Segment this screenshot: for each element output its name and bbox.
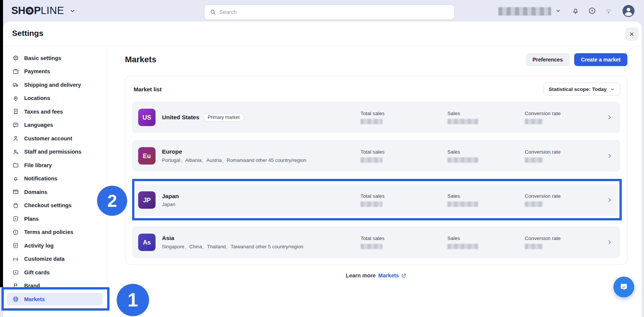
chevron-right-icon[interactable] [607,153,613,159]
settings-sidebar: Basic settings Payments Shipping and del… [3,46,107,317]
chevron-down-icon [69,8,75,14]
main-header: Markets Preferences Create a market [125,51,627,68]
sidebar-item-staff[interactable]: Staff and permissions [3,145,107,159]
stat-sales: Sales [447,149,478,163]
sidebar-item-shipping[interactable]: Shipping and delivery [3,78,107,92]
search-icon [210,9,216,15]
external-link-icon [401,273,407,279]
blurred-value [361,157,382,163]
shopping-bag-icon [12,202,19,209]
screenshot-edge-artifact [0,0,3,287]
chevron-down-icon [610,87,615,92]
markets-title: Markets [125,55,156,65]
stat-total-sales: Total sales [361,193,385,207]
document-lines-icon [12,242,19,249]
stat-total-sales: Total sales [361,111,385,124]
market-row-japan[interactable]: JP Japan Japan Total sales Sales Convers… [132,184,620,216]
sidebar-item-label: Markets [24,296,45,302]
markets-doc-link[interactable]: Markets [378,272,407,279]
truck-icon [12,82,19,88]
sidebar-item-payments[interactable]: Payments [3,65,107,78]
sidebar-item-locations[interactable]: Locations [3,92,107,105]
chevron-right-icon[interactable] [607,197,613,203]
create-market-button[interactable]: Create a market [574,53,627,66]
blurred-value [525,119,543,124]
annotation-step-1: 1 [117,284,149,316]
sidebar-item-customer-account[interactable]: Customer account [3,132,107,145]
chevron-right-icon[interactable] [607,114,613,120]
sidebar-item-gift-cards[interactable]: Gift cards [3,266,107,279]
svg-text:}: } [17,257,18,261]
global-search[interactable] [204,5,454,20]
language-bubble-icon: EN [12,122,19,128]
sidebar-item-label: Taxes and fees [24,109,63,115]
store-switcher[interactable]: SHPLINE [11,0,75,22]
browser-icon [12,189,19,195]
stat-conversion-rate: Conversion rate [525,111,561,124]
stat-sales: Sales [447,111,478,124]
gift-card-icon [12,269,19,276]
wallet-icon [12,68,19,75]
sidebar-item-taxes[interactable]: Taxes and fees [3,105,107,118]
wifi-status-icon[interactable] [604,0,613,22]
sidebar-item-notifications[interactable]: Notifications [3,172,107,186]
sidebar-item-basic-settings[interactable]: Basic settings [3,51,107,65]
market-name: Europe [162,148,182,155]
market-badge-eu: Eu [138,147,156,165]
chevron-right-icon[interactable] [607,239,613,245]
help-icon[interactable]: ? [588,0,596,22]
blurred-value [447,202,478,207]
map-pin-icon [12,95,19,102]
shopline-admin-screen: SHPLINE ? Settings [0,0,644,317]
markets-main: Markets Preferences Create a market Mark… [108,46,642,317]
avatar[interactable] [622,5,635,17]
sidebar-item-activity-log[interactable]: Activity log [3,239,107,252]
stat-total-sales: Total sales [361,235,385,249]
market-row-europe[interactable]: Eu Europe Portugal、Albania、Austria、Roman… [132,140,620,172]
market-badge-as: As [138,234,156,251]
sidebar-item-domains[interactable]: Domains [3,185,107,199]
sidebar-item-label: Plans [24,216,39,222]
chat-support-button[interactable] [613,277,634,297]
svg-text:Aa: Aa [14,258,17,260]
sidebar-item-checkout[interactable]: Checkout settings [3,199,107,212]
stat-sales: Sales [447,193,478,207]
market-badge-us: US [138,109,156,126]
sidebar-item-terms[interactable]: Terms and policies [3,226,107,239]
sidebar-item-plans[interactable]: Plans [3,212,107,226]
market-row-asia[interactable]: As Asia Singapore、China、Thailand、Taiwana… [132,226,620,258]
sidebar-item-label: Shipping and delivery [24,82,81,88]
market-badge-jp: JP [138,191,156,209]
preferences-button[interactable]: Preferences [526,53,570,66]
sidebar-item-brand[interactable]: Brand [3,279,107,293]
sidebar-item-label: Terms and policies [24,229,73,235]
receipt-icon [12,108,19,115]
settings-panel: Settings Basic settings Payments Shippin… [3,22,642,317]
settings-header: Settings [3,22,642,46]
market-regions: Singapore、China、Thailand、Taiwanand other… [162,243,303,250]
market-regions: Portugal、Albania、Austria、Romaniaand othe… [162,157,306,164]
svg-text:EN: EN [14,124,17,126]
blurred-value [525,202,543,207]
shopline-logo: SHPLINE [11,5,64,17]
search-input[interactable] [219,9,449,15]
blurred-value [447,119,478,124]
blurred-value [361,202,382,207]
sidebar-item-markets[interactable]: Markets [7,293,102,305]
blurred-value [525,157,543,163]
gear-icon [12,55,19,62]
notifications-bell-icon[interactable] [572,0,579,22]
sidebar-item-label: Staff and permissions [24,149,81,155]
sidebar-item-file-library[interactable]: File library [3,158,107,172]
sidebar-item-customize-data[interactable]: {}Aa Customize data [3,252,107,266]
document-plus-icon [12,215,19,222]
statistical-scope-dropdown[interactable]: Statistical scope: Today [543,83,620,95]
person-icon [12,135,19,142]
market-row-united-states[interactable]: US United States Primary market Total sa… [132,102,620,133]
flag-icon [12,282,19,289]
sidebar-item-languages[interactable]: EN Languages [3,118,107,132]
learn-more-text: Learn more [346,272,376,279]
account-chevron-down-icon[interactable] [555,0,561,22]
info-circle-icon [12,229,19,235]
close-button[interactable] [625,28,638,41]
